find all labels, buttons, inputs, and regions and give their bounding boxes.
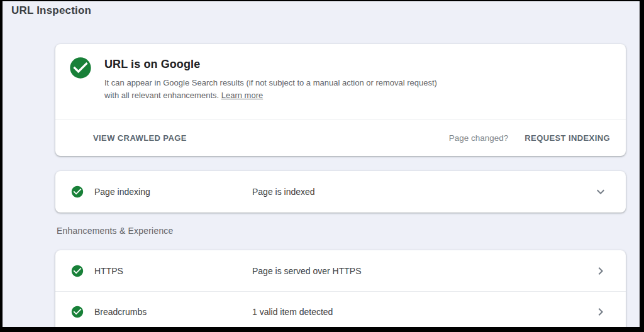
check-circle-icon (70, 264, 84, 278)
learn-more-link[interactable]: Learn more (221, 91, 263, 100)
verdict-footer: VIEW CRAWLED PAGE Page changed? REQUEST … (55, 119, 626, 156)
page-changed-label: Page changed? (449, 133, 509, 143)
row-label: HTTPS (94, 266, 252, 276)
enhancements-card: HTTPS Page is served over HTTPS Breadcru… (55, 250, 626, 327)
breadcrumbs-row[interactable]: Breadcrumbs 1 valid item detected (55, 291, 626, 327)
check-circle-icon (70, 185, 84, 199)
url-inspection-page: URL Inspection URL is on Google It can a… (3, 1, 640, 327)
check-circle-icon (68, 55, 93, 80)
verdict-main: URL is on Google It can appear in Google… (55, 44, 626, 119)
chevron-right-icon[interactable] (593, 304, 608, 319)
verdict-description-text: It can appear in Google Search results (… (104, 78, 437, 100)
row-value: Page is served over HTTPS (252, 266, 593, 276)
row-value: 1 valid item detected (252, 307, 593, 317)
page-indexing-row[interactable]: Page indexing Page is indexed (55, 171, 626, 213)
enhancements-section-heading: Enhancements & Experience (57, 226, 174, 236)
verdict-title: URL is on Google (104, 58, 438, 71)
row-label: Breadcrumbs (94, 307, 252, 317)
check-circle-icon (70, 305, 84, 319)
page-title: URL Inspection (11, 4, 91, 17)
view-crawled-page-button[interactable]: VIEW CRAWLED PAGE (93, 133, 187, 143)
verdict-description: It can appear in Google Search results (… (104, 77, 438, 102)
chevron-right-icon[interactable] (593, 263, 608, 279)
row-label: Page indexing (94, 187, 252, 197)
verdict-card: URL is on Google It can appear in Google… (55, 44, 626, 156)
chevron-down-icon[interactable] (593, 184, 608, 199)
https-row[interactable]: HTTPS Page is served over HTTPS (55, 250, 626, 291)
request-indexing-button[interactable]: REQUEST INDEXING (525, 133, 610, 143)
row-value: Page is indexed (252, 187, 593, 197)
page-indexing-card: Page indexing Page is indexed (55, 171, 626, 213)
